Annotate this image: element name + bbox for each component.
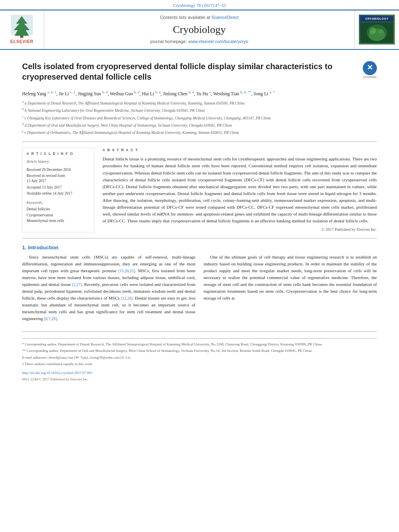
journal-title-section: Contents lists available at ScienceDirec… — [44, 10, 355, 49]
keyword-2: Cryopreservation — [27, 213, 90, 218]
keywords-label: Keywords: — [27, 200, 90, 205]
citation-text: Cryobiology 78 (2017) 47–55 — [173, 3, 226, 8]
keyword-3: Mesenchymal stem cells — [27, 218, 90, 224]
divider-3 — [22, 331, 377, 332]
intro-paragraph-1: Since mesenchymal stem cells (MSCs) are … — [22, 254, 195, 322]
elsevier-logo: ELSEVIER — [9, 15, 35, 45]
copyright-text: © 2017 Published by Elsevier Inc. — [103, 227, 377, 232]
abstract-text: Dental follicle tissue is a promising re… — [103, 156, 377, 224]
article-info-panel: A R T I C L E I N F O Article history: R… — [22, 148, 95, 232]
journal-cover: CRYOBIOLOGY — [359, 14, 395, 45]
sciencedirect-name: ScienceDirect — [211, 15, 239, 20]
body-left-column: Since mesenchymal stem cells (MSCs) are … — [22, 254, 195, 325]
revised-date: Received in revised form13 July 2017 — [27, 173, 90, 184]
intro-paragraph-2: One of the ultimate goals of cell therap… — [204, 254, 377, 302]
cover-title-text: CRYOBIOLOGY — [360, 16, 393, 22]
abstract-paragraph: Dental follicle tissue is a promising re… — [103, 156, 377, 224]
journal-header: ELSEVIER Contents lists available at Sci… — [0, 10, 399, 49]
svg-point-6 — [370, 27, 376, 34]
crossmark-section: ✕ CrossMark — [363, 61, 377, 79]
crossmark-label: CrossMark — [363, 75, 377, 79]
journal-homepage: journal homepage: www.elsevier.com/locat… — [150, 39, 248, 45]
svg-point-7 — [378, 29, 383, 34]
keyword-1: Dental follicles — [27, 207, 90, 212]
article-info-title: A R T I C L E I N F O — [27, 151, 90, 156]
footnote-note1: 1 These authors contributed equally to t… — [22, 362, 377, 367]
abstract-panel: A B S T R A C T Dental follicle tissue i… — [103, 148, 377, 232]
affiliation-a: a a Department of Dental Research, The A… — [22, 100, 377, 106]
received-date: Received 29 December 2016 — [27, 167, 90, 173]
main-content: Cells isolated from cryopreserved dental… — [0, 50, 399, 391]
keywords-section: Keywords: Dental follicles Cryopreservat… — [27, 200, 90, 224]
ref-15-20-25: [15,20,25] — [118, 269, 135, 273]
journal-name: Cryobiology — [173, 23, 226, 37]
affiliation-c: c c Chongqing Key Laboratory of Oral Dis… — [22, 115, 377, 121]
cover-image — [360, 22, 393, 44]
doi-link: http://dx.doi.org/10.1016/j.cryobiol.201… — [22, 370, 377, 376]
citation-bar: Cryobiology 78 (2017) 47–55 — [0, 0, 399, 10]
divider-2 — [22, 238, 377, 238]
journal-cover-section: CRYOBIOLOGY — [355, 10, 399, 49]
intro-text-right: One of the ultimate goals of cell therap… — [204, 254, 377, 302]
footnote-star1: * Corresponding author. Department of De… — [22, 342, 377, 347]
body-columns: Since mesenchymal stem cells (MSCs) are … — [22, 254, 377, 325]
abstract-title: A B S T R A C T — [103, 148, 377, 153]
info-abstract-section: A R T I C L E I N F O Article history: R… — [22, 148, 377, 232]
affiliation-e: e e Department of Orthodontics, The Affi… — [22, 129, 377, 136]
elsevier-logo-section: ELSEVIER — [0, 10, 44, 49]
svg-rect-2 — [20, 36, 23, 38]
footnotes-section: * Corresponding author. Department of De… — [22, 338, 377, 382]
elsevier-tree-icon — [9, 15, 35, 39]
footnote-star2: ** Corresponding author. Department of O… — [22, 348, 377, 354]
body-right-column: One of the ultimate goals of cell therap… — [204, 254, 377, 325]
crossmark-icon: ✕ — [363, 61, 377, 75]
cover-artwork — [360, 22, 393, 44]
introduction-section: 1. Introduction Since mesenchymal stem c… — [22, 244, 377, 326]
elsevier-label: ELSEVIER — [10, 39, 33, 45]
homepage-url: www.elsevier.com/locate/ycryo — [188, 39, 248, 44]
section-heading: 1. Introduction — [22, 244, 377, 251]
affiliation-b: b b National Engineering Laboratory for … — [22, 107, 377, 113]
available-date: Available online 14 July 2017 — [27, 191, 90, 196]
ref-12-18: [12,18] — [121, 296, 132, 300]
affiliation-d: d d Department of Oral and Maxillofacial… — [22, 122, 377, 128]
divider-1 — [22, 142, 377, 142]
ref-6-7-29: [6,7,29] — [44, 316, 57, 321]
footnote-email: E-mail addresses: drtwd@sina.com (W. Tia… — [22, 355, 377, 361]
article-history-label: Article history: — [27, 159, 90, 164]
authors-line: Hefeng Yang a, b, 1, Jie Li c, 1, Jingji… — [22, 89, 377, 97]
issn-text: 0011-2240/© 2017 Published by Elsevier I… — [22, 377, 377, 382]
accepted-date: Accepted 13 July 2017 — [27, 185, 90, 190]
article-title-section: Cells isolated from cryopreserved dental… — [22, 61, 377, 86]
article-title: Cells isolated from cryopreserved dental… — [22, 61, 358, 82]
intro-text-left: Since mesenchymal stem cells (MSCs) are … — [22, 254, 195, 322]
affiliations-section: a a Department of Dental Research, The A… — [22, 100, 377, 136]
ref-2-27: [2,27] — [72, 282, 82, 287]
sciencedirect-text: Contents lists available at ScienceDirec… — [160, 14, 239, 21]
